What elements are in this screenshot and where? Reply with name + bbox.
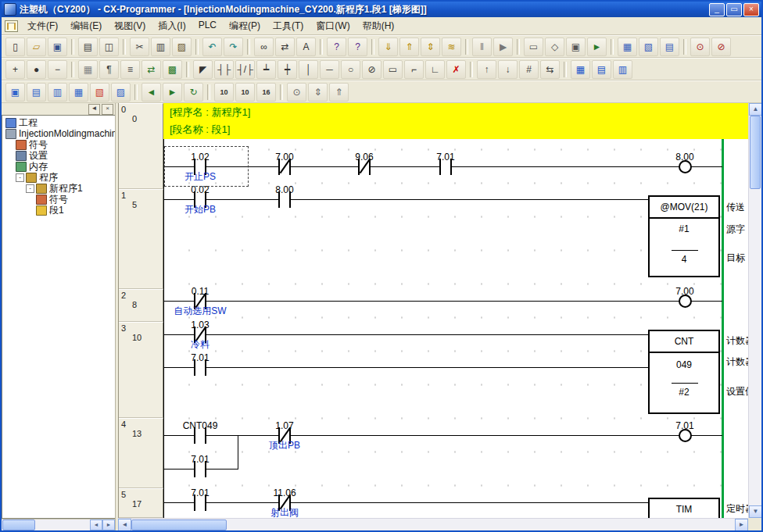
tree-item-memory[interactable]: 内存 [2,161,115,172]
scroll-up-icon[interactable]: ▲ [749,103,761,116]
expand-toggle-icon[interactable]: - [26,184,34,193]
rung-margin-4[interactable]: 4 13 [119,418,163,488]
window-arrange-icon[interactable]: ▦ [69,83,88,102]
horizontal-scroll-thumb[interactable] [131,520,227,530]
show-comments-icon[interactable]: ≡ [120,60,140,79]
vertical-scrollbar[interactable]: ▲ ▼ [748,103,761,518]
scroll-left-icon[interactable]: ◄ [118,519,131,531]
decimal-display-icon[interactable]: 10 [235,83,255,102]
io-table-icon[interactable]: ▦ [618,37,637,56]
tree-item-project[interactable]: 工程 [2,117,115,128]
new-closed-coil-icon[interactable]: ⊘ [362,60,382,79]
zoom-in-icon[interactable]: + [5,60,25,79]
new-function-block-icon[interactable]: ⌐ [404,60,424,79]
rung-wrap-icon[interactable]: ⇄ [141,60,161,79]
horizontal-line-icon[interactable]: ─ [320,60,339,79]
tree-item-section1[interactable]: 段1 [2,205,115,216]
menu-item-plc[interactable]: PLC [192,17,223,35]
force-on-icon[interactable]: ⊙ [690,37,710,56]
help-icon[interactable]: ? [327,37,346,56]
address-increment-icon[interactable]: ↻ [184,83,203,102]
differential-monitor-icon[interactable]: ⇕ [308,83,328,102]
invalidate-icon[interactable]: ✗ [446,60,466,79]
new-file-icon[interactable]: ▯ [5,37,25,56]
plc-settings-icon[interactable]: ▧ [639,37,658,56]
tree-item-symbols[interactable]: 符号 [2,139,115,150]
window-tile-horizontal-icon[interactable]: ▤ [27,83,46,102]
monitor-mode-icon[interactable]: ▣ [566,37,586,56]
vertical-scroll-thumb[interactable] [750,116,761,189]
rung-margin-2[interactable]: 2 8 [119,289,163,322]
window-cascade-icon[interactable]: ▣ [5,83,25,102]
binary-display-icon[interactable]: 10 [214,83,234,102]
save-project-icon[interactable]: ▣ [48,37,67,56]
new-contact-icon[interactable]: ┤├ [214,60,234,79]
find-in-project-icon[interactable]: A [296,37,316,56]
menu-item-tools[interactable]: 工具(T) [267,17,310,35]
new-or-contact-icon[interactable]: ┷ [256,60,276,79]
browse-back-icon[interactable]: ↑ [477,60,496,79]
undo-icon[interactable]: ↶ [202,37,222,56]
window-tile-vertical-icon[interactable]: ▥ [48,83,67,102]
tree-horizontal-scrollbar[interactable]: ◄ ► [2,519,115,530]
project-window-icon[interactable]: ▨ [111,83,131,102]
work-online-icon[interactable]: ≋ [442,37,461,56]
menu-item-help[interactable]: 帮助(H) [356,17,401,35]
vertical-line-icon[interactable]: │ [299,60,318,79]
new-instruction-icon[interactable]: ▭ [383,60,403,79]
browse-forward-icon[interactable]: ↓ [498,60,518,79]
redo-icon[interactable]: ↷ [224,37,243,56]
rung-margin-5[interactable]: 5 17 [119,488,163,518]
output-window-icon[interactable]: ▤ [592,60,611,79]
run-mode-icon[interactable]: ► [587,37,607,56]
open-project-icon[interactable]: ▱ [27,37,46,56]
context-help-icon[interactable]: ? [348,37,367,56]
select-tool-icon[interactable]: ◤ [193,60,213,79]
mov-instruction-block[interactable]: @MOV(21) #1 4 [648,195,720,277]
rung-comment-icon[interactable]: ¶ [99,60,119,79]
ladder-child-window-icon[interactable] [5,20,18,32]
close-window-icon[interactable]: ▧ [90,83,109,102]
ladder-editor[interactable]: 0 0 1 5 2 8 3 10 4 13 [118,103,748,518]
restore-button[interactable]: ▭ [726,3,742,16]
print-preview-icon[interactable]: ◫ [99,37,119,56]
replace-icon[interactable]: ⇄ [275,37,295,56]
menu-item-view[interactable]: 视图(V) [108,17,152,35]
compare-with-plc-icon[interactable]: ⇕ [421,37,440,56]
new-closed-contact-icon[interactable]: ┤/├ [235,60,255,79]
force-off-icon[interactable]: ⊘ [711,37,731,56]
menu-item-window[interactable]: 窗口(W) [310,17,356,35]
close-button[interactable]: × [743,3,759,16]
rung-margin-0[interactable]: 0 0 [119,103,163,189]
grid-toggle-icon[interactable]: ▦ [78,60,98,79]
pause-icon[interactable]: ‖ [472,37,492,56]
tree-item-plc-device[interactable]: InjectionMoldingmachine [2,128,115,139]
expand-toggle-icon[interactable]: - [16,173,24,182]
dock-pane-icon[interactable]: ◄ [88,104,100,115]
tim-instruction-block[interactable]: TIM [648,498,720,518]
zoom-reset-icon[interactable]: ● [27,60,46,79]
close-pane-icon[interactable]: × [102,104,113,115]
menu-item-file[interactable]: 文件(F) [21,17,64,35]
run-icon[interactable]: ▶ [493,37,513,56]
menu-item-program[interactable]: 编程(P) [223,17,267,35]
menu-item-insert[interactable]: 插入(I) [152,17,192,35]
force-status-icon[interactable]: ⇑ [329,83,349,102]
horizontal-scrollbar[interactable]: ◄ ► [118,518,748,530]
previous-reference-icon[interactable]: ◄ [141,83,161,102]
horizontal-scroll-track[interactable] [131,519,735,531]
tree-item-settings[interactable]: 设置 [2,150,115,161]
scroll-right-icon[interactable]: ► [735,519,748,531]
menu-item-edit[interactable]: 编辑(E) [64,17,108,35]
cnt-instruction-block[interactable]: CNT 049 #2 [648,330,720,414]
new-coil-icon[interactable]: ○ [341,60,360,79]
transfer-to-plc-icon[interactable]: ⇓ [378,37,398,56]
next-reference-icon[interactable]: ► [163,83,182,102]
print-icon[interactable]: ▤ [78,37,98,56]
tree-scroll-right-icon[interactable]: ► [102,520,115,530]
address-comment-icon[interactable]: ▥ [613,60,632,79]
debug-mode-icon[interactable]: ◇ [545,37,564,56]
find-icon[interactable]: ∞ [254,37,274,56]
tree-scrollbar-thumb[interactable] [2,520,35,530]
minimize-button[interactable]: _ [709,3,725,16]
